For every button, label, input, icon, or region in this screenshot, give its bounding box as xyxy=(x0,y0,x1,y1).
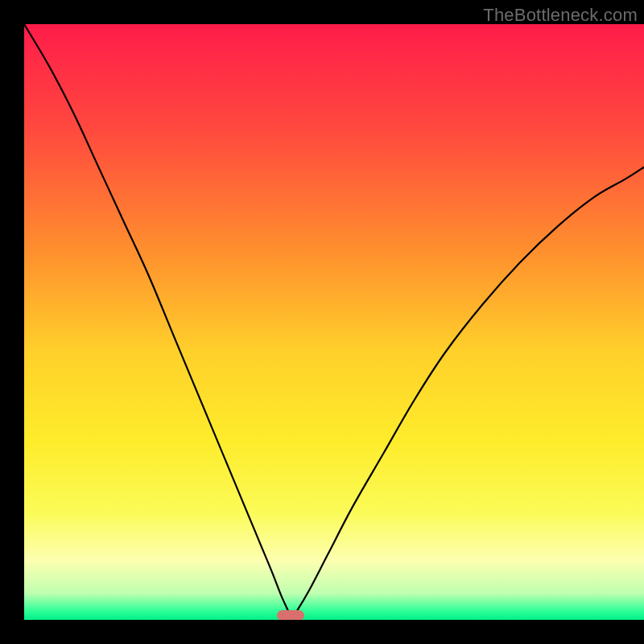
chart-frame: TheBottleneck.com xyxy=(24,0,644,620)
watermark-label: TheBottleneck.com xyxy=(483,5,638,26)
bottleneck-marker xyxy=(277,610,304,620)
plot-area xyxy=(24,24,644,620)
curve-layer xyxy=(24,24,644,620)
curve-right-branch xyxy=(291,167,644,620)
curve-left-branch xyxy=(24,24,291,620)
